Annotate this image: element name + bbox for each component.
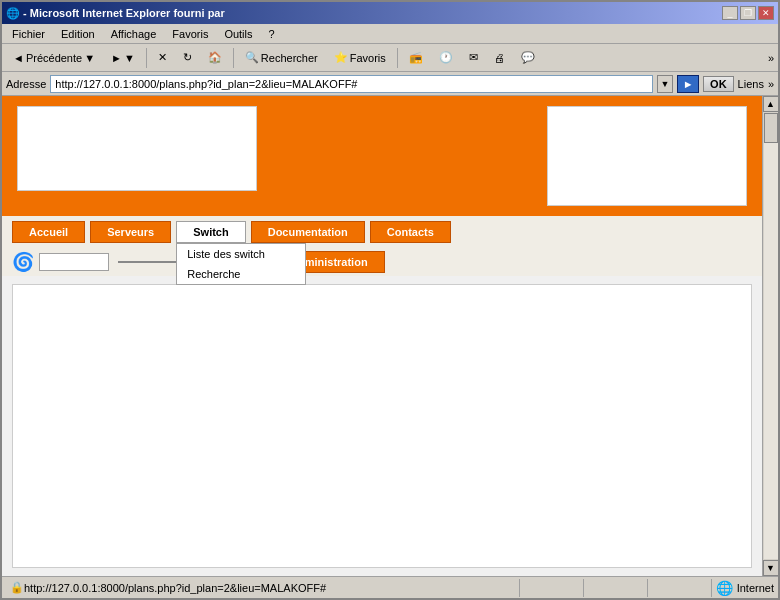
switch-dropdown-container: Switch Liste des switch Recherche — [176, 221, 245, 243]
separator-2 — [233, 48, 234, 68]
address-bar: Adresse ▼ ► OK Liens » — [2, 72, 778, 96]
window-title: 🌐 - Microsoft Internet Explorer fourni p… — [6, 7, 225, 20]
menu-outils[interactable]: Outils — [218, 26, 258, 42]
menu-help[interactable]: ? — [263, 26, 281, 42]
title-icon: 🌐 — [6, 7, 23, 19]
minimize-button[interactable]: _ — [722, 6, 738, 20]
media-button[interactable]: 📻 — [402, 48, 430, 67]
menu-fichier[interactable]: Fichier — [6, 26, 51, 42]
forward-dropdown-icon: ▼ — [124, 52, 135, 64]
star-icon: ⭐ — [334, 51, 348, 64]
status-bar: 🔒 http://127.0.0.1:8000/plans.php?id_pla… — [2, 576, 778, 598]
main-content-box — [12, 284, 752, 568]
home-icon: 🏠 — [208, 51, 222, 64]
history-icon: 🕐 — [439, 51, 453, 64]
zone-globe-icon: 🌐 — [716, 580, 733, 596]
menu-favoris[interactable]: Favoris — [166, 26, 214, 42]
window-controls: _ ❐ ✕ — [722, 6, 774, 20]
ie-window: 🌐 - Microsoft Internet Explorer fourni p… — [0, 0, 780, 600]
dropdown-liste-switch[interactable]: Liste des switch — [177, 244, 305, 264]
page-body: Accueil Serveurs Switch Liste des switch… — [2, 96, 762, 576]
back-dropdown-icon: ▼ — [84, 52, 95, 64]
header-logo-right — [547, 106, 747, 206]
address-ok-button[interactable]: OK — [703, 76, 734, 92]
refresh-button[interactable]: ↻ — [176, 48, 199, 67]
page-header — [2, 96, 762, 216]
address-dropdown-button[interactable]: ▼ — [657, 75, 673, 93]
search-icon: 🔍 — [245, 51, 259, 64]
dropdown-recherche[interactable]: Recherche — [177, 264, 305, 284]
main-content: Accueil Serveurs Switch Liste des switch… — [2, 96, 762, 576]
close-button[interactable]: ✕ — [758, 6, 774, 20]
back-arrow-icon: ◄ — [13, 52, 24, 64]
mail-icon: ✉ — [469, 51, 478, 64]
menu-bar: Fichier Edition Affichage Favoris Outils… — [2, 24, 778, 44]
nav-area: Accueil Serveurs Switch Liste des switch… — [2, 216, 762, 276]
nav-row-secondary: 🌀 Administration — [2, 248, 762, 276]
media-icon: 📻 — [409, 51, 423, 64]
nav-search-input[interactable] — [39, 253, 109, 271]
status-empty-3 — [652, 579, 712, 597]
menu-edition[interactable]: Edition — [55, 26, 101, 42]
spiral-icon: 🌀 — [12, 251, 34, 273]
print-icon: 🖨 — [494, 52, 505, 64]
switch-dropdown-menu: Liste des switch Recherche — [176, 243, 306, 285]
address-input[interactable] — [50, 75, 653, 93]
restore-button[interactable]: ❐ — [740, 6, 756, 20]
content-area: Accueil Serveurs Switch Liste des switch… — [2, 96, 778, 576]
scrollbar-vertical: ▲ ▼ — [762, 96, 778, 576]
history-button[interactable]: 🕐 — [432, 48, 460, 67]
status-empty-1 — [524, 579, 584, 597]
nav-accueil-button[interactable]: Accueil — [12, 221, 85, 243]
header-logo-left — [17, 106, 257, 191]
nav-serveurs-button[interactable]: Serveurs — [90, 221, 171, 243]
address-more[interactable]: » — [768, 78, 774, 90]
favorites-button[interactable]: ⭐ Favoris — [327, 48, 393, 67]
stop-button[interactable]: ✕ — [151, 48, 174, 67]
print-button[interactable]: 🖨 — [487, 49, 512, 67]
separator-3 — [397, 48, 398, 68]
forward-arrow-icon: ► — [111, 52, 122, 64]
title-bar: 🌐 - Microsoft Internet Explorer fourni p… — [2, 2, 778, 24]
search-button[interactable]: 🔍 Rechercher — [238, 48, 325, 67]
status-url: 🔒 http://127.0.0.1:8000/plans.php?id_pla… — [6, 579, 520, 597]
separator-1 — [146, 48, 147, 68]
nav-contacts-button[interactable]: Contacts — [370, 221, 451, 243]
back-button[interactable]: ◄ Précédente ▼ — [6, 49, 102, 67]
forward-button[interactable]: ► ▼ — [104, 49, 142, 67]
menu-affichage[interactable]: Affichage — [105, 26, 163, 42]
scroll-up-button[interactable]: ▲ — [763, 96, 779, 112]
mail-button[interactable]: ✉ — [462, 48, 485, 67]
nav-row-main: Accueil Serveurs Switch Liste des switch… — [2, 216, 762, 248]
address-go-arrow[interactable]: ► — [677, 75, 699, 93]
scroll-track[interactable] — [764, 113, 778, 559]
address-links[interactable]: Liens — [738, 78, 764, 90]
home-button[interactable]: 🏠 — [201, 48, 229, 67]
stop-icon: ✕ — [158, 51, 167, 64]
nav-switch-button[interactable]: Switch — [176, 221, 245, 243]
url-icon: 🔒 — [10, 581, 24, 594]
scroll-down-button[interactable]: ▼ — [763, 560, 779, 576]
status-empty-2 — [588, 579, 648, 597]
nav-documentation-button[interactable]: Documentation — [251, 221, 365, 243]
toolbar-more[interactable]: » — [768, 52, 774, 64]
discuss-button[interactable]: 💬 — [514, 48, 542, 67]
discuss-icon: 💬 — [521, 51, 535, 64]
address-label: Adresse — [6, 78, 46, 90]
scroll-thumb[interactable] — [764, 113, 778, 143]
refresh-icon: ↻ — [183, 51, 192, 64]
status-zone: 🌐 Internet — [716, 580, 774, 596]
toolbar: ◄ Précédente ▼ ► ▼ ✕ ↻ 🏠 🔍 Rechercher ⭐ … — [2, 44, 778, 72]
